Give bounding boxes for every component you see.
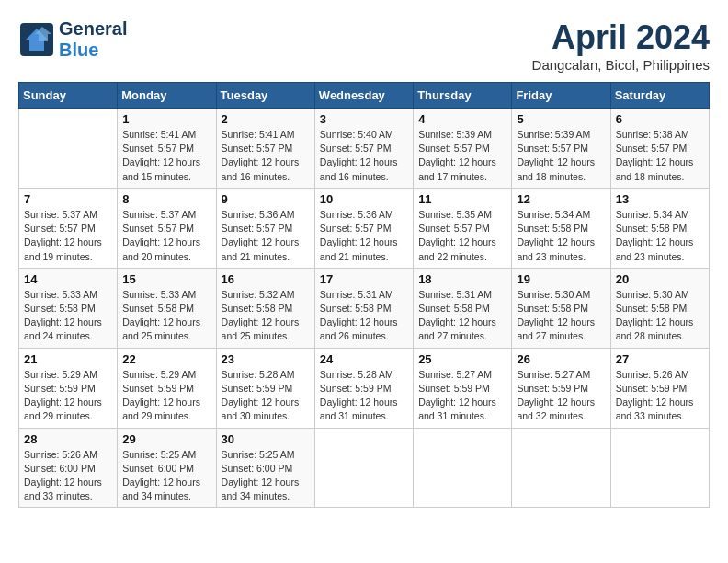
day-cell: 18Sunrise: 5:31 AM Sunset: 5:58 PM Dayli… — [414, 268, 512, 348]
day-cell: 5Sunrise: 5:39 AM Sunset: 5:57 PM Daylig… — [512, 109, 610, 189]
calendar-header: Sunday Monday Tuesday Wednesday Thursday… — [19, 83, 710, 109]
day-info: Sunrise: 5:28 AM Sunset: 5:59 PM Dayligh… — [320, 368, 408, 424]
day-number: 13 — [616, 192, 704, 206]
col-friday: Friday — [512, 83, 610, 109]
location: Dangcalan, Bicol, Philippines — [532, 57, 710, 73]
day-info: Sunrise: 5:41 AM Sunset: 5:57 PM Dayligh… — [222, 128, 310, 184]
calendar-table: Sunday Monday Tuesday Wednesday Thursday… — [18, 82, 710, 508]
day-number: 6 — [616, 112, 704, 126]
page-header: General Blue April 2024 Dangcalan, Bicol… — [18, 18, 710, 73]
day-number: 8 — [122, 192, 210, 206]
day-info: Sunrise: 5:37 AM Sunset: 5:57 PM Dayligh… — [122, 208, 210, 264]
day-cell: 4Sunrise: 5:39 AM Sunset: 5:57 PM Daylig… — [414, 109, 512, 189]
day-cell: 30Sunrise: 5:25 AM Sunset: 6:00 PM Dayli… — [216, 428, 314, 508]
day-cell: 15Sunrise: 5:33 AM Sunset: 5:58 PM Dayli… — [118, 268, 216, 348]
day-info: Sunrise: 5:34 AM Sunset: 5:58 PM Dayligh… — [616, 208, 704, 264]
day-info: Sunrise: 5:29 AM Sunset: 5:59 PM Dayligh… — [122, 368, 210, 424]
day-cell — [19, 109, 118, 189]
day-cell: 12Sunrise: 5:34 AM Sunset: 5:58 PM Dayli… — [512, 188, 610, 268]
day-info: Sunrise: 5:30 AM Sunset: 5:58 PM Dayligh… — [517, 288, 605, 344]
day-info: Sunrise: 5:27 AM Sunset: 5:59 PM Dayligh… — [517, 368, 605, 424]
day-cell: 14Sunrise: 5:33 AM Sunset: 5:58 PM Dayli… — [19, 268, 118, 348]
col-tuesday: Tuesday — [216, 83, 314, 109]
day-info: Sunrise: 5:34 AM Sunset: 5:58 PM Dayligh… — [517, 208, 605, 264]
day-number: 20 — [616, 272, 704, 286]
day-number: 4 — [418, 112, 506, 126]
calendar-body: 1Sunrise: 5:41 AM Sunset: 5:57 PM Daylig… — [19, 109, 710, 508]
logo-blue-text: Blue — [59, 40, 127, 61]
day-cell: 10Sunrise: 5:36 AM Sunset: 5:57 PM Dayli… — [314, 188, 413, 268]
day-cell: 26Sunrise: 5:27 AM Sunset: 5:59 PM Dayli… — [512, 348, 610, 428]
day-number: 30 — [222, 432, 310, 446]
day-info: Sunrise: 5:39 AM Sunset: 5:57 PM Dayligh… — [517, 128, 605, 184]
day-number: 19 — [517, 272, 605, 286]
day-number: 1 — [122, 112, 210, 126]
day-cell: 19Sunrise: 5:30 AM Sunset: 5:58 PM Dayli… — [512, 268, 610, 348]
logo-icon — [18, 21, 55, 58]
day-cell: 25Sunrise: 5:27 AM Sunset: 5:59 PM Dayli… — [414, 348, 512, 428]
day-info: Sunrise: 5:33 AM Sunset: 5:58 PM Dayligh… — [24, 288, 112, 344]
title-block: April 2024 Dangcalan, Bicol, Philippines — [532, 18, 710, 73]
logo-general-text: General — [59, 18, 127, 40]
day-number: 12 — [517, 192, 605, 206]
day-cell: 20Sunrise: 5:30 AM Sunset: 5:58 PM Dayli… — [610, 268, 709, 348]
day-number: 17 — [320, 272, 408, 286]
day-number: 2 — [222, 112, 310, 126]
day-info: Sunrise: 5:26 AM Sunset: 6:00 PM Dayligh… — [24, 448, 112, 504]
day-info: Sunrise: 5:37 AM Sunset: 5:57 PM Dayligh… — [24, 208, 112, 264]
day-cell: 28Sunrise: 5:26 AM Sunset: 6:00 PM Dayli… — [19, 428, 118, 508]
day-info: Sunrise: 5:31 AM Sunset: 5:58 PM Dayligh… — [418, 288, 506, 344]
week-row-3: 14Sunrise: 5:33 AM Sunset: 5:58 PM Dayli… — [19, 268, 710, 348]
day-info: Sunrise: 5:30 AM Sunset: 5:58 PM Dayligh… — [616, 288, 704, 344]
day-number: 22 — [122, 352, 210, 366]
day-info: Sunrise: 5:33 AM Sunset: 5:58 PM Dayligh… — [122, 288, 210, 344]
day-info: Sunrise: 5:27 AM Sunset: 5:59 PM Dayligh… — [418, 368, 506, 424]
day-number: 7 — [24, 192, 112, 206]
col-thursday: Thursday — [414, 83, 512, 109]
day-cell: 6Sunrise: 5:38 AM Sunset: 5:57 PM Daylig… — [610, 109, 709, 189]
day-cell: 1Sunrise: 5:41 AM Sunset: 5:57 PM Daylig… — [118, 109, 216, 189]
day-info: Sunrise: 5:41 AM Sunset: 5:57 PM Dayligh… — [122, 128, 210, 184]
logo-container: General Blue — [18, 18, 127, 61]
day-info: Sunrise: 5:31 AM Sunset: 5:58 PM Dayligh… — [320, 288, 408, 344]
week-row-4: 21Sunrise: 5:29 AM Sunset: 5:59 PM Dayli… — [19, 348, 710, 428]
day-cell: 17Sunrise: 5:31 AM Sunset: 5:58 PM Dayli… — [314, 268, 413, 348]
day-number: 21 — [24, 352, 112, 366]
day-info: Sunrise: 5:26 AM Sunset: 5:59 PM Dayligh… — [616, 368, 704, 424]
day-cell: 29Sunrise: 5:25 AM Sunset: 6:00 PM Dayli… — [118, 428, 216, 508]
day-cell: 11Sunrise: 5:35 AM Sunset: 5:57 PM Dayli… — [414, 188, 512, 268]
day-info: Sunrise: 5:39 AM Sunset: 5:57 PM Dayligh… — [418, 128, 506, 184]
col-saturday: Saturday — [610, 83, 709, 109]
col-wednesday: Wednesday — [314, 83, 413, 109]
month-title: April 2024 — [532, 18, 710, 57]
day-number: 25 — [418, 352, 506, 366]
header-row: Sunday Monday Tuesday Wednesday Thursday… — [19, 83, 710, 109]
day-info: Sunrise: 5:32 AM Sunset: 5:58 PM Dayligh… — [222, 288, 310, 344]
day-cell — [610, 428, 709, 508]
day-number: 27 — [616, 352, 704, 366]
day-cell: 3Sunrise: 5:40 AM Sunset: 5:57 PM Daylig… — [314, 109, 413, 189]
week-row-5: 28Sunrise: 5:26 AM Sunset: 6:00 PM Dayli… — [19, 428, 710, 508]
day-number: 10 — [320, 192, 408, 206]
week-row-1: 1Sunrise: 5:41 AM Sunset: 5:57 PM Daylig… — [19, 109, 710, 189]
day-info: Sunrise: 5:25 AM Sunset: 6:00 PM Dayligh… — [122, 448, 210, 504]
day-cell — [314, 428, 413, 508]
day-info: Sunrise: 5:28 AM Sunset: 5:59 PM Dayligh… — [222, 368, 310, 424]
day-number: 3 — [320, 112, 408, 126]
day-number: 28 — [24, 432, 112, 446]
day-cell — [414, 428, 512, 508]
day-info: Sunrise: 5:40 AM Sunset: 5:57 PM Dayligh… — [320, 128, 408, 184]
day-info: Sunrise: 5:36 AM Sunset: 5:57 PM Dayligh… — [222, 208, 310, 264]
col-sunday: Sunday — [19, 83, 118, 109]
day-cell: 7Sunrise: 5:37 AM Sunset: 5:57 PM Daylig… — [19, 188, 118, 268]
day-cell: 2Sunrise: 5:41 AM Sunset: 5:57 PM Daylig… — [216, 109, 314, 189]
day-info: Sunrise: 5:36 AM Sunset: 5:57 PM Dayligh… — [320, 208, 408, 264]
day-number: 5 — [517, 112, 605, 126]
week-row-2: 7Sunrise: 5:37 AM Sunset: 5:57 PM Daylig… — [19, 188, 710, 268]
day-number: 11 — [418, 192, 506, 206]
day-number: 9 — [222, 192, 310, 206]
day-cell: 24Sunrise: 5:28 AM Sunset: 5:59 PM Dayli… — [314, 348, 413, 428]
day-number: 15 — [122, 272, 210, 286]
day-cell: 22Sunrise: 5:29 AM Sunset: 5:59 PM Dayli… — [118, 348, 216, 428]
day-number: 14 — [24, 272, 112, 286]
